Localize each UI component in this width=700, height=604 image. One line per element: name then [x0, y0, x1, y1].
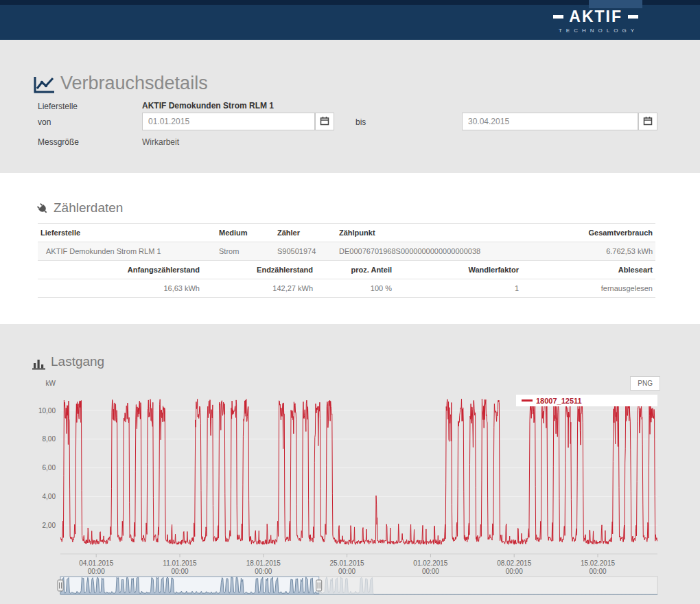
col-lieferstelle: Lieferstelle [38, 224, 216, 242]
date-to-input[interactable] [462, 113, 638, 130]
messgroesse-label: Messgröße [38, 137, 79, 147]
logo-right-bar-icon [628, 15, 638, 19]
cell-lieferstelle: AKTIF Demokunden Strom RLM 1 [38, 242, 216, 261]
bar-chart-icon [32, 357, 46, 373]
lieferstelle-label: Lieferstelle [38, 102, 78, 111]
cell-zaehlpunkt: DE00076701968S0000000000000000038 [336, 242, 522, 261]
x-tick-time: 00:00 [171, 568, 188, 574]
x-tick-time: 00:00 [422, 568, 439, 574]
x-tick-time: 00:00 [255, 568, 272, 574]
aktif-logo: AKTIF TECHNOLOGY [553, 9, 638, 34]
messgroesse-value: Wirkarbeit [142, 137, 179, 147]
lieferstelle-value: AKTIF Demokunden Strom RLM 1 [142, 101, 274, 111]
navigator-unselected-mask [319, 577, 657, 594]
lastgang-chart: 2,004,006,008,0010,00kW04.01.201500:0011… [27, 374, 673, 604]
meter-table-main: Lieferstelle Medium Zähler Zählpunkt Ges… [38, 223, 655, 261]
calendar-icon [320, 116, 329, 128]
app-header: AKTIF TECHNOLOGY [0, 0, 700, 40]
plug-icon [36, 202, 49, 218]
table-row-2: 16,63 kWh 142,27 kWh 100 % 1 fernausgele… [38, 279, 655, 298]
date-from-input[interactable] [142, 113, 315, 130]
cell-endzaehlerstand: 142,27 kWh [202, 279, 316, 298]
table-row: AKTIF Demokunden Strom RLM 1 Strom S9050… [38, 242, 655, 261]
von-label: von [38, 117, 51, 127]
y-tick-label: 8,00 [43, 435, 56, 443]
page-title: Verbrauchsdetails [60, 73, 208, 94]
zaehlerdaten-title: Zählerdaten [54, 200, 123, 216]
x-tick-date: 25.01.2015 [330, 559, 364, 567]
cell-anfangszaehlerstand: 16,63 kWh [38, 279, 202, 298]
bis-label: bis [355, 117, 366, 127]
col-wandlerfaktor: Wandlerfaktor [395, 261, 522, 279]
x-tick-time: 00:00 [338, 568, 355, 574]
navigator-handle-left[interactable] [58, 580, 63, 591]
cell-wandlerfaktor: 1 [395, 279, 522, 298]
y-axis-title: kW [46, 380, 56, 387]
col-endzaehlerstand: Endzählerstand [202, 261, 316, 279]
x-tick-date: 18.01.2015 [246, 559, 281, 567]
y-tick-label: 2,00 [43, 522, 56, 529]
meter-table-detail: Anfangszählerstand Endzählerstand proz. … [38, 261, 655, 298]
cell-gesamtverbrauch: 6.762,53 kWh [522, 242, 655, 261]
y-tick-label: 6,00 [43, 464, 56, 472]
line-chart-icon [33, 76, 56, 97]
col-ableseart: Ableseart [522, 261, 655, 279]
lastgang-title: Lastgang [51, 354, 104, 369]
col-anfangszaehlerstand: Anfangszählerstand [38, 261, 202, 279]
x-tick-date: 15.02.2015 [581, 559, 615, 567]
y-tick-label: 10,00 [38, 407, 56, 415]
page: AKTIF TECHNOLOGY Verbrauchsdetails Liefe… [0, 0, 700, 604]
aktif-logo-wordmark: AKTIF [553, 9, 638, 25]
x-tick-date: 04.01.2015 [79, 559, 113, 567]
cell-zaehler: S90501974 [275, 242, 336, 261]
chart-navigator[interactable] [27, 574, 673, 598]
navigator-handle-right[interactable] [316, 580, 322, 591]
y-tick-label: 4,00 [43, 493, 56, 500]
table-header-row-2: Anfangszählerstand Endzählerstand proz. … [38, 261, 655, 279]
col-zaehler: Zähler [275, 224, 336, 242]
x-tick-date: 01.02.2015 [413, 559, 447, 567]
chart-legend[interactable]: 18007_12511 [516, 395, 657, 406]
col-medium: Medium [216, 224, 275, 242]
legend-series-marker-icon [522, 399, 533, 402]
legend-series-label: 18007_12511 [536, 397, 582, 405]
x-tick-date: 08.02.2015 [497, 559, 531, 567]
cell-proz-anteil: 100 % [316, 279, 395, 298]
col-proz-anteil: proz. Anteil [316, 261, 395, 279]
date-from-calendar-button[interactable] [315, 113, 334, 130]
logo-text: AKTIF [569, 9, 622, 25]
date-to-calendar-button[interactable] [638, 113, 657, 130]
zaehlerdaten-table: Lieferstelle Medium Zähler Zählpunkt Ges… [38, 223, 655, 298]
calendar-icon [643, 116, 653, 128]
logo-subtitle: TECHNOLOGY [559, 27, 638, 34]
x-tick-time: 00:00 [506, 568, 523, 574]
col-gesamtverbrauch: Gesamtverbrauch [522, 224, 655, 242]
col-zaehlpunkt: Zählpunkt [336, 224, 522, 242]
cell-ableseart: fernausgelesen [522, 279, 655, 298]
table-header-row: Lieferstelle Medium Zähler Zählpunkt Ges… [38, 224, 655, 242]
series-line [60, 399, 657, 544]
x-tick-time: 00:00 [589, 568, 606, 574]
x-tick-date: 11.01.2015 [163, 559, 197, 567]
logo-left-bar-icon [553, 15, 563, 19]
cell-medium: Strom [216, 242, 275, 261]
navigator-selection[interactable] [60, 577, 319, 594]
x-tick-time: 00:00 [88, 568, 105, 574]
